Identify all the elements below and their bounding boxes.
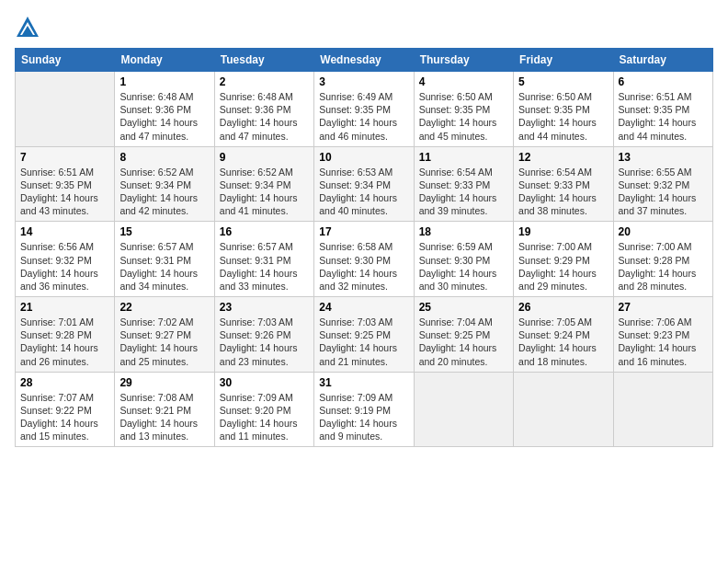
cell-info: Sunrise: 6:52 AM Sunset: 9:34 PM Dayligh… [119, 166, 209, 218]
calendar-cell: 8Sunrise: 6:52 AM Sunset: 9:34 PM Daylig… [115, 146, 214, 222]
day-number: 16 [220, 225, 309, 238]
calendar-cell: 22Sunrise: 7:02 AM Sunset: 9:27 PM Dayli… [115, 297, 214, 373]
calendar-week-2: 7Sunrise: 6:51 AM Sunset: 9:35 PM Daylig… [16, 146, 713, 222]
cell-info: Sunrise: 6:49 AM Sunset: 9:35 PM Dayligh… [319, 90, 408, 143]
logo [15, 15, 44, 40]
day-header-wednesday: Wednesday [314, 49, 414, 72]
day-number: 19 [518, 225, 608, 238]
calendar-cell: 11Sunrise: 6:54 AM Sunset: 9:33 PM Dayli… [414, 146, 513, 222]
calendar-cell: 5Sunrise: 6:50 AM Sunset: 9:35 PM Daylig… [514, 72, 613, 147]
logo-icon [15, 15, 40, 40]
day-number: 21 [20, 301, 109, 314]
calendar-cell: 18Sunrise: 6:59 AM Sunset: 9:30 PM Dayli… [414, 222, 513, 297]
cell-info: Sunrise: 7:07 AM Sunset: 9:22 PM Dayligh… [20, 391, 109, 443]
calendar-cell: 24Sunrise: 7:03 AM Sunset: 9:25 PM Dayli… [314, 297, 414, 373]
calendar-cell: 27Sunrise: 7:06 AM Sunset: 9:23 PM Dayli… [613, 297, 712, 373]
calendar-cell: 10Sunrise: 6:53 AM Sunset: 9:34 PM Dayli… [314, 146, 414, 222]
cell-info: Sunrise: 7:05 AM Sunset: 9:24 PM Dayligh… [518, 316, 608, 368]
calendar-week-1: 1Sunrise: 6:48 AM Sunset: 9:36 PM Daylig… [16, 72, 713, 147]
day-number: 15 [119, 225, 209, 238]
calendar-cell: 17Sunrise: 6:58 AM Sunset: 9:30 PM Dayli… [314, 222, 414, 297]
cell-info: Sunrise: 6:48 AM Sunset: 9:36 PM Dayligh… [119, 90, 209, 143]
calendar-cell: 1Sunrise: 6:48 AM Sunset: 9:36 PM Daylig… [115, 72, 214, 147]
day-number: 29 [119, 376, 209, 389]
calendar-cell: 19Sunrise: 7:00 AM Sunset: 9:29 PM Dayli… [514, 222, 613, 297]
day-number: 27 [619, 301, 708, 314]
calendar-cell: 16Sunrise: 6:57 AM Sunset: 9:31 PM Dayli… [214, 222, 313, 297]
day-header-monday: Monday [115, 49, 214, 72]
calendar-cell [514, 372, 613, 447]
cell-info: Sunrise: 6:52 AM Sunset: 9:34 PM Dayligh… [220, 166, 309, 218]
cell-info: Sunrise: 6:56 AM Sunset: 9:32 PM Dayligh… [20, 240, 109, 293]
day-number: 11 [419, 151, 508, 164]
calendar-week-5: 28Sunrise: 7:07 AM Sunset: 9:22 PM Dayli… [16, 372, 713, 447]
calendar-cell [16, 72, 115, 147]
day-number: 23 [220, 301, 309, 314]
calendar-cell: 15Sunrise: 6:57 AM Sunset: 9:31 PM Dayli… [115, 222, 214, 297]
day-number: 30 [220, 376, 309, 389]
calendar-cell: 23Sunrise: 7:03 AM Sunset: 9:26 PM Dayli… [214, 297, 313, 373]
day-number: 1 [119, 75, 209, 88]
cell-info: Sunrise: 6:53 AM Sunset: 9:34 PM Dayligh… [319, 166, 408, 218]
calendar-cell: 31Sunrise: 7:09 AM Sunset: 9:19 PM Dayli… [314, 372, 414, 447]
day-number: 22 [119, 301, 209, 314]
cell-info: Sunrise: 6:48 AM Sunset: 9:36 PM Dayligh… [220, 90, 309, 143]
calendar-cell: 28Sunrise: 7:07 AM Sunset: 9:22 PM Dayli… [16, 372, 115, 447]
day-number: 3 [319, 75, 408, 88]
day-header-friday: Friday [514, 49, 613, 72]
calendar-cell: 26Sunrise: 7:05 AM Sunset: 9:24 PM Dayli… [514, 297, 613, 373]
calendar-cell: 25Sunrise: 7:04 AM Sunset: 9:25 PM Dayli… [414, 297, 513, 373]
cell-info: Sunrise: 6:57 AM Sunset: 9:31 PM Dayligh… [119, 240, 209, 293]
calendar-cell: 12Sunrise: 6:54 AM Sunset: 9:33 PM Dayli… [514, 146, 613, 222]
day-number: 9 [220, 151, 309, 164]
calendar-body: 1Sunrise: 6:48 AM Sunset: 9:36 PM Daylig… [16, 72, 713, 447]
day-number: 18 [419, 225, 508, 238]
day-number: 17 [319, 225, 408, 238]
cell-info: Sunrise: 6:57 AM Sunset: 9:31 PM Dayligh… [220, 240, 309, 293]
calendar-cell: 29Sunrise: 7:08 AM Sunset: 9:21 PM Dayli… [115, 372, 214, 447]
cell-info: Sunrise: 6:54 AM Sunset: 9:33 PM Dayligh… [419, 166, 508, 218]
cell-info: Sunrise: 7:01 AM Sunset: 9:28 PM Dayligh… [20, 316, 109, 368]
calendar-cell: 4Sunrise: 6:50 AM Sunset: 9:35 PM Daylig… [414, 72, 513, 147]
cell-info: Sunrise: 6:50 AM Sunset: 9:35 PM Dayligh… [419, 90, 508, 143]
cell-info: Sunrise: 7:03 AM Sunset: 9:26 PM Dayligh… [220, 316, 309, 368]
page-header [15, 15, 713, 40]
calendar-cell: 6Sunrise: 6:51 AM Sunset: 9:35 PM Daylig… [613, 72, 712, 147]
day-number: 13 [619, 151, 708, 164]
cell-info: Sunrise: 7:06 AM Sunset: 9:23 PM Dayligh… [619, 316, 708, 368]
day-number: 28 [20, 376, 109, 389]
calendar-cell: 13Sunrise: 6:55 AM Sunset: 9:32 PM Dayli… [613, 146, 712, 222]
cell-info: Sunrise: 7:04 AM Sunset: 9:25 PM Dayligh… [419, 316, 508, 368]
day-number: 12 [518, 151, 608, 164]
day-number: 2 [220, 75, 309, 88]
cell-info: Sunrise: 6:51 AM Sunset: 9:35 PM Dayligh… [619, 90, 708, 143]
calendar-cell: 20Sunrise: 7:00 AM Sunset: 9:28 PM Dayli… [613, 222, 712, 297]
cell-info: Sunrise: 6:55 AM Sunset: 9:32 PM Dayligh… [619, 166, 708, 218]
cell-info: Sunrise: 6:54 AM Sunset: 9:33 PM Dayligh… [518, 166, 608, 218]
cell-info: Sunrise: 7:09 AM Sunset: 9:20 PM Dayligh… [220, 391, 309, 443]
day-number: 14 [20, 225, 109, 238]
day-header-thursday: Thursday [414, 49, 513, 72]
day-header-sunday: Sunday [16, 49, 115, 72]
cell-info: Sunrise: 6:59 AM Sunset: 9:30 PM Dayligh… [419, 240, 508, 293]
calendar-cell: 3Sunrise: 6:49 AM Sunset: 9:35 PM Daylig… [314, 72, 414, 147]
cell-info: Sunrise: 7:08 AM Sunset: 9:21 PM Dayligh… [119, 391, 209, 443]
cell-info: Sunrise: 6:51 AM Sunset: 9:35 PM Dayligh… [20, 166, 109, 218]
calendar-table: SundayMondayTuesdayWednesdayThursdayFrid… [15, 48, 713, 447]
calendar-week-3: 14Sunrise: 6:56 AM Sunset: 9:32 PM Dayli… [16, 222, 713, 297]
calendar-cell: 30Sunrise: 7:09 AM Sunset: 9:20 PM Dayli… [214, 372, 313, 447]
day-header-tuesday: Tuesday [214, 49, 313, 72]
cell-info: Sunrise: 7:03 AM Sunset: 9:25 PM Dayligh… [319, 316, 408, 368]
calendar-cell: 9Sunrise: 6:52 AM Sunset: 9:34 PM Daylig… [214, 146, 313, 222]
cell-info: Sunrise: 6:50 AM Sunset: 9:35 PM Dayligh… [518, 90, 608, 143]
day-number: 25 [419, 301, 508, 314]
cell-info: Sunrise: 6:58 AM Sunset: 9:30 PM Dayligh… [319, 240, 408, 293]
cell-info: Sunrise: 7:09 AM Sunset: 9:19 PM Dayligh… [319, 391, 408, 443]
day-number: 26 [518, 301, 608, 314]
calendar-cell: 21Sunrise: 7:01 AM Sunset: 9:28 PM Dayli… [16, 297, 115, 373]
calendar-cell: 14Sunrise: 6:56 AM Sunset: 9:32 PM Dayli… [16, 222, 115, 297]
calendar-cell [613, 372, 712, 447]
day-header-saturday: Saturday [613, 49, 712, 72]
calendar-cell: 7Sunrise: 6:51 AM Sunset: 9:35 PM Daylig… [16, 146, 115, 222]
day-number: 6 [619, 75, 708, 88]
